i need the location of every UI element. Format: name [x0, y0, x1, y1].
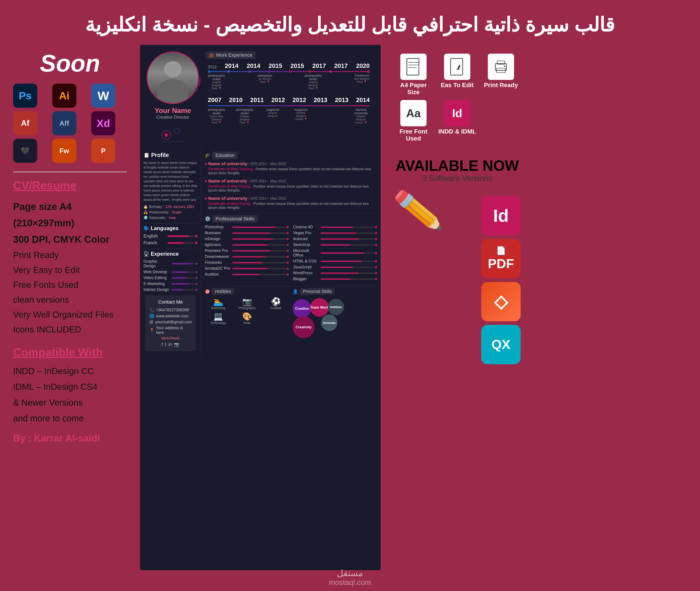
- skill-fireworks: Fireworks: [205, 260, 289, 265]
- feat-print-label: Print Ready: [484, 82, 518, 89]
- cv-preview: Your Name Creative Director 💼 Work Exper…: [140, 45, 381, 570]
- skill-msoffice: Microsoft Office: [293, 249, 377, 258]
- compat-item: and more to come: [13, 410, 127, 426]
- contact-email: @yourmail@gmail.com: [149, 320, 191, 324]
- photo-ring-decoration: [144, 49, 201, 106]
- feat-a4: A4 Paper Size: [394, 54, 433, 96]
- hobbies-title: Hobbles: [212, 288, 234, 295]
- skill-photoshop: Photoshop: [205, 225, 289, 229]
- arabic-title: قالب سيرة ذاتية احترافي قابل للتعديل وال…: [0, 0, 700, 45]
- contact-phone: 📞+96478227306098: [149, 308, 191, 312]
- exp-web-develop: Web Develop: [144, 270, 198, 274]
- app-pdf-icon: 📄 PDF: [481, 239, 521, 278]
- edu-item-1: Name of university / SPE 2014 – May 2018…: [205, 161, 377, 175]
- ppt-icon: P: [91, 139, 115, 163]
- languages-section: 🗣️ Languages English Franch: [144, 225, 198, 245]
- bubble-teamwork: Team Work: [310, 298, 329, 317]
- available-title: AVAILABLE NOW: [394, 157, 521, 174]
- skill-wordpress: WordPress: [293, 271, 377, 275]
- feature-item: clean versions: [13, 292, 127, 307]
- languages-title: Languages: [151, 225, 178, 232]
- decorative-svg: [160, 124, 186, 146]
- feature-item: 300 DPI, CMYK Color: [13, 232, 127, 248]
- relationship-value: Single: [172, 210, 181, 214]
- feat-font: Aa Free Font Used: [394, 100, 433, 142]
- cv-person-name: Your Name: [155, 107, 191, 115]
- affinity2-icon: Aff: [52, 111, 76, 135]
- compat-item: & Newer Versions: [13, 395, 127, 410]
- svg-point-15: [504, 65, 505, 67]
- nationality-label: Nationality :: [149, 216, 168, 220]
- skills-section: ⚙️ Professional Skills Photoshop: [205, 215, 377, 282]
- svg-rect-6: [407, 58, 419, 75]
- font-icon-text: Aa: [406, 107, 421, 120]
- skill-blogger: Blogger: [293, 277, 377, 281]
- feat-indd-label: INDD & IDML: [438, 128, 476, 135]
- fw2-icon: Fw: [52, 139, 76, 163]
- photoshop-icon: Ps: [13, 84, 37, 108]
- app-quark-icon: QX: [481, 325, 521, 364]
- by-label: By : Karrar Al-saidi: [13, 433, 127, 444]
- word-icon: W: [91, 84, 115, 108]
- personal-skills-section: 👤 Presonal Skills Creative Team Work Hob…: [293, 288, 377, 336]
- feature-item: Page size A4 (210×297mm): [13, 199, 127, 232]
- available-sub: 3 Software Versions: [394, 174, 521, 183]
- profile-text: My Name Is Jason Martin lorem empus id f…: [144, 161, 198, 202]
- app-icons-area: ✏️ Id 📄 PDF ◇ QX: [394, 196, 521, 364]
- hobby-photography: 📷 Photography: [234, 297, 260, 310]
- work-exp-label: Work Experience: [216, 52, 252, 58]
- exp-emarketing: E-Marketing: [144, 281, 198, 286]
- indd-icon-text: Id: [452, 107, 462, 120]
- compat-list: INDD – InDesign CC IDML – InDesign CS4 &…: [13, 363, 127, 426]
- svg-point-3: [164, 133, 168, 137]
- feat-edit-label: Eas To Edit: [441, 82, 474, 89]
- social-icons: f t in 📷: [149, 342, 191, 347]
- education-title: Eduation: [212, 152, 238, 159]
- software-icons-grid: Ps Ai W Af Aff Xd 🖤 Fw P: [13, 84, 127, 163]
- skill-premiere: Premiere Pro: [205, 249, 289, 253]
- skill-acrobat: AcrobaDC Pro: [205, 266, 289, 271]
- birthday-label: Birthday :: [149, 205, 164, 209]
- cv-person-title: Creative Director: [156, 115, 189, 120]
- app-affinity-icon: ◇: [481, 282, 521, 321]
- contact-section: Contact Me 📞+96478227306098 🌐www.webside…: [146, 296, 196, 351]
- skill-htmlcss: HTML & CSS: [293, 259, 377, 264]
- watermark: مستقل mostaql.com: [329, 568, 371, 587]
- left-sidebar: Soon Ps Ai W Af Aff Xd 🖤 Fw P CV/Resume …: [9, 45, 131, 570]
- hobby-draw: 🎨 Draw: [234, 312, 260, 325]
- personal-skills-title: Presonal Skills: [300, 288, 335, 295]
- feature-item: Very Well Organized Files: [13, 307, 127, 322]
- nationality-value: Iraqi: [169, 216, 176, 220]
- contact-address: 📍Your address is here: [149, 326, 191, 335]
- experience-section: 🖥️ Experience Graphic Design Web Develop: [144, 251, 198, 292]
- feature-item: Print Ready: [13, 248, 127, 262]
- experience-title: Experience: [151, 251, 179, 257]
- watermark-arabic: مستقل: [329, 568, 371, 578]
- svg-point-0: [146, 50, 200, 105]
- pencil-decoration: ✏️: [392, 185, 445, 236]
- a4-icon: [406, 58, 421, 75]
- lang-french: Franch: [144, 240, 198, 245]
- hobby-technology: 💻 Technology: [205, 312, 231, 325]
- divider: [13, 172, 127, 172]
- bubble-creative: Creative: [293, 299, 311, 318]
- cv-resume-label: CV/Resume: [13, 179, 127, 192]
- skill-lightroom: lightroom: [205, 243, 289, 247]
- edu-item-3: Name of university / SPE 2014 – May 2018…: [205, 196, 377, 210]
- lang-english: English: [144, 234, 198, 239]
- app-indesign-icon: Id: [481, 196, 521, 236]
- bubble-innovate: Innovate: [321, 315, 337, 331]
- illustrator-icon: Ai: [52, 84, 76, 108]
- xd-icon: Xd: [91, 111, 115, 135]
- soon-label: Soon: [13, 49, 127, 77]
- hobby-football: ⚽ Football: [262, 297, 289, 310]
- feature-item: Icons INCLUDED: [13, 322, 127, 337]
- compat-item: IDML – InDesign CS4: [13, 379, 127, 395]
- compatible-title: Compatible With: [13, 346, 127, 359]
- feat-indd: Id INDD & IDML: [438, 100, 477, 142]
- hobbies-section: 🎯 Hobbles 🏊 Swimming 📷 Photography: [205, 288, 289, 336]
- svg-rect-14: [497, 61, 504, 64]
- feat-font-label: Free Font Used: [394, 128, 433, 142]
- education-section: 🎓 Eduation Name of university / SPE 2014…: [205, 152, 377, 210]
- bubble-hobbies: Hobbies: [328, 299, 344, 315]
